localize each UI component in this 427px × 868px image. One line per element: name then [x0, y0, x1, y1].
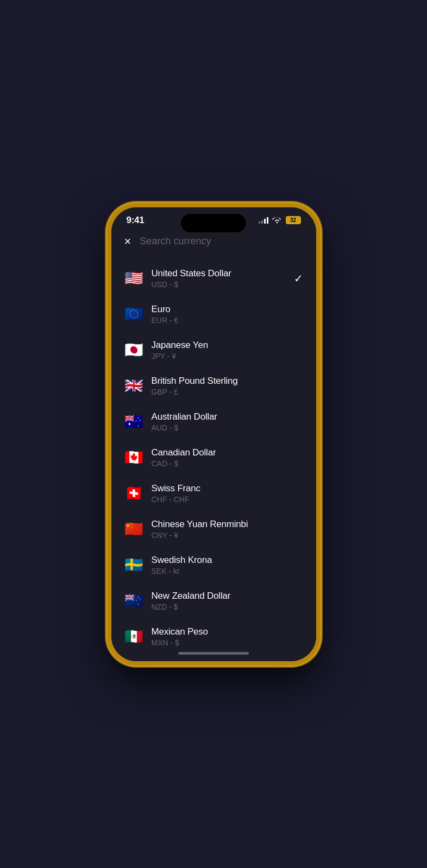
- currency-code: CHF - CHF: [152, 495, 303, 504]
- currency-item[interactable]: 🇪🇺 Euro EUR - €: [111, 296, 316, 332]
- currency-code: GBP - £: [152, 388, 303, 396]
- dynamic-island: [181, 214, 246, 232]
- currency-name: Swiss Franc: [152, 483, 303, 494]
- currency-name: British Pound Sterling: [152, 376, 303, 387]
- battery-indicator: 32: [286, 216, 301, 224]
- phone-frame: 9:41 32 × Search currency: [107, 203, 321, 666]
- currency-name: New Zealand Dollar: [152, 591, 303, 601]
- currency-info: Chinese Yuan Renminbi CNY - ¥: [152, 519, 303, 540]
- currency-info: Swiss Franc CHF - CHF: [152, 483, 303, 504]
- signal-bar-3: [264, 219, 266, 224]
- signal-bar-2: [261, 220, 263, 224]
- selected-checkmark: ✓: [294, 272, 303, 285]
- currency-flag: 🇲🇽: [124, 628, 144, 645]
- currency-name: United States Dollar: [152, 268, 286, 279]
- close-button[interactable]: ×: [124, 236, 131, 248]
- currency-flag: 🇨🇦: [124, 448, 144, 466]
- currency-code: CAD - $: [152, 459, 303, 468]
- currency-name: Euro: [152, 304, 303, 315]
- currency-name: Chinese Yuan Renminbi: [152, 519, 303, 530]
- currency-flag: 🇪🇺: [124, 305, 144, 323]
- home-indicator: [111, 648, 316, 661]
- currency-name: Australian Dollar: [152, 411, 303, 422]
- currency-name: Canadian Dollar: [152, 447, 303, 458]
- currency-item[interactable]: 🇲🇽 Mexican Peso MXN - $: [111, 619, 316, 648]
- currency-code: AUD - $: [152, 423, 303, 432]
- currency-flag: 🇨🇭: [124, 484, 144, 502]
- currency-flag: 🇬🇧: [124, 377, 144, 395]
- currency-code: CNY - ¥: [152, 531, 303, 540]
- currency-item[interactable]: 🇳🇿 New Zealand Dollar NZD - $: [111, 583, 316, 619]
- signal-bar-4: [267, 217, 268, 224]
- currency-code: NZD - $: [152, 603, 303, 611]
- currency-info: Swedish Krona SEK - kr: [152, 555, 303, 575]
- currency-flag: 🇸🇪: [124, 556, 144, 574]
- currency-info: Euro EUR - €: [152, 304, 303, 325]
- status-icons: 32: [259, 216, 301, 225]
- currency-flag: 🇨🇳: [124, 520, 144, 538]
- screen: 9:41 32 × Search currency: [111, 207, 316, 661]
- currency-info: United States Dollar USD - $: [152, 268, 286, 289]
- status-time: 9:41: [127, 215, 145, 226]
- currency-info: Mexican Peso MXN - $: [152, 626, 303, 647]
- currency-name: Swedish Krona: [152, 555, 303, 566]
- currency-code: JPY - ¥: [152, 352, 303, 360]
- currency-item[interactable]: 🇨🇳 Chinese Yuan Renminbi CNY - ¥: [111, 511, 316, 547]
- currency-flag: 🇺🇸: [124, 269, 144, 287]
- signal-bar-1: [259, 221, 260, 224]
- currency-code: MXN - $: [152, 638, 303, 647]
- currency-name: Japanese Yen: [152, 340, 303, 351]
- search-header: × Search currency: [111, 230, 316, 256]
- home-bar: [178, 652, 249, 655]
- currency-list[interactable]: 🇺🇸 United States Dollar USD - $ ✓ 🇪🇺 Eur…: [111, 256, 316, 648]
- currency-flag: 🇯🇵: [124, 341, 144, 359]
- search-placeholder[interactable]: Search currency: [140, 236, 303, 247]
- currency-flag: 🇳🇿: [124, 592, 144, 610]
- currency-flag: 🇦🇺: [124, 413, 144, 430]
- currency-code: EUR - €: [152, 316, 303, 325]
- currency-item[interactable]: 🇯🇵 Japanese Yen JPY - ¥: [111, 332, 316, 368]
- currency-info: New Zealand Dollar NZD - $: [152, 591, 303, 611]
- currency-code: SEK - kr: [152, 567, 303, 575]
- currency-item[interactable]: 🇨🇭 Swiss Franc CHF - CHF: [111, 476, 316, 511]
- currency-info: Japanese Yen JPY - ¥: [152, 340, 303, 360]
- currency-name: Mexican Peso: [152, 626, 303, 637]
- signal-icon: [259, 217, 268, 224]
- currency-item[interactable]: 🇸🇪 Swedish Krona SEK - kr: [111, 547, 316, 583]
- currency-item[interactable]: 🇺🇸 United States Dollar USD - $ ✓: [111, 261, 316, 296]
- wifi-icon: [272, 216, 282, 225]
- currency-item[interactable]: 🇦🇺 Australian Dollar AUD - $: [111, 404, 316, 440]
- currency-item[interactable]: 🇬🇧 British Pound Sterling GBP - £: [111, 368, 316, 404]
- currency-code: USD - $: [152, 280, 286, 289]
- currency-item[interactable]: 🇨🇦 Canadian Dollar CAD - $: [111, 440, 316, 476]
- currency-info: British Pound Sterling GBP - £: [152, 376, 303, 396]
- currency-info: Canadian Dollar CAD - $: [152, 447, 303, 468]
- currency-info: Australian Dollar AUD - $: [152, 411, 303, 432]
